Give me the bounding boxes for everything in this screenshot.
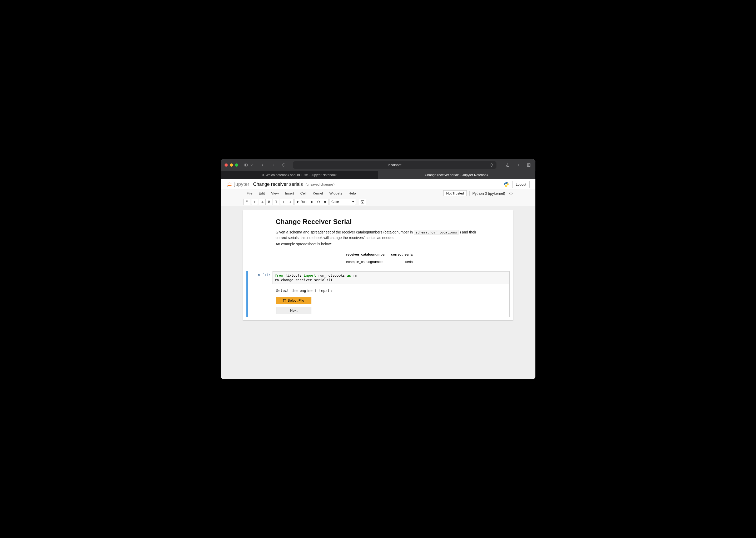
table-header: receiver_catalognumber bbox=[344, 251, 388, 258]
cell-type-select[interactable]: CodeMarkdownRaw NBConvertHeading bbox=[330, 199, 356, 205]
svg-rect-11 bbox=[246, 200, 247, 201]
menu-help[interactable]: Help bbox=[345, 190, 359, 197]
notebook-title[interactable]: Change receiver serials bbox=[253, 182, 303, 187]
cut-button[interactable] bbox=[259, 199, 266, 205]
browser-tab-label: Change receiver serials - Jupyter Notebo… bbox=[425, 173, 488, 177]
arrow-down-icon bbox=[289, 200, 292, 203]
table-cell: example_catalognumber bbox=[344, 258, 388, 265]
tab-overview-icon[interactable] bbox=[526, 162, 532, 168]
svg-rect-18 bbox=[268, 201, 270, 203]
close-window-button[interactable] bbox=[225, 163, 228, 167]
browser-tab-strip: 0. Which notebook should I use - Jupyter… bbox=[221, 171, 535, 179]
restart-run-all-button[interactable] bbox=[322, 199, 329, 205]
paste-button[interactable] bbox=[272, 199, 279, 205]
menu-widgets[interactable]: Widgets bbox=[326, 190, 345, 197]
minimize-window-button[interactable] bbox=[230, 163, 233, 167]
copy-icon bbox=[267, 200, 271, 203]
jupyter-toolbar: Run CodeMarkdownRaw NBConvertHeading bbox=[243, 198, 513, 206]
svg-rect-0 bbox=[244, 164, 247, 166]
table-header: correct_serial bbox=[389, 251, 416, 258]
svg-marker-27 bbox=[325, 201, 326, 203]
table-header-row: receiver_catalognumber correct_serial bbox=[344, 251, 416, 258]
file-icon bbox=[283, 299, 286, 302]
markdown-paragraph: An example spreadsheet is below: bbox=[276, 242, 484, 247]
cut-icon bbox=[261, 200, 264, 203]
new-tab-icon[interactable] bbox=[515, 162, 521, 168]
back-button[interactable] bbox=[260, 162, 266, 168]
menu-cell[interactable]: Cell bbox=[297, 190, 309, 197]
add-cell-button[interactable] bbox=[251, 199, 258, 205]
svg-rect-7 bbox=[527, 165, 528, 166]
browser-tab-1[interactable]: Change receiver serials - Jupyter Notebo… bbox=[378, 171, 535, 179]
svg-rect-8 bbox=[529, 165, 530, 166]
not-trusted-button[interactable]: Not Trusted bbox=[443, 190, 467, 196]
maximize-window-button[interactable] bbox=[235, 163, 238, 167]
sidebar-toggle-group bbox=[243, 162, 253, 168]
url-text: localhost bbox=[388, 163, 401, 167]
logout-button[interactable]: Logout bbox=[512, 181, 530, 188]
page-title: Change Receiver Serial bbox=[276, 218, 484, 226]
menu-view[interactable]: View bbox=[268, 190, 282, 197]
safari-window: localhost 0. Which notebook should I use… bbox=[221, 159, 535, 379]
menu-insert[interactable]: Insert bbox=[282, 190, 297, 197]
fast-forward-icon bbox=[324, 200, 327, 203]
copy-button[interactable] bbox=[266, 199, 272, 205]
jupyter-menubar: File Edit View Insert Cell Kernel Widget… bbox=[243, 189, 513, 198]
table-cell: serial bbox=[389, 258, 416, 265]
share-icon[interactable] bbox=[505, 162, 511, 168]
chevron-down-icon[interactable] bbox=[250, 162, 253, 168]
table-row: example_catalognumber serial bbox=[344, 258, 416, 265]
jupyter-logo-text: jupyter bbox=[234, 182, 249, 187]
svg-rect-28 bbox=[361, 200, 364, 203]
svg-rect-6 bbox=[529, 163, 530, 165]
forward-button[interactable] bbox=[270, 162, 276, 168]
code-input-area[interactable]: from fixtools import run_notebooks as rn… bbox=[272, 271, 509, 284]
play-icon bbox=[297, 200, 299, 203]
stop-icon bbox=[310, 200, 313, 203]
svg-rect-25 bbox=[311, 201, 312, 203]
jupyter-header: jupyter Change receiver serials (unsaved… bbox=[221, 179, 535, 189]
svg-rect-19 bbox=[268, 201, 270, 202]
svg-marker-24 bbox=[297, 201, 299, 203]
kernel-name[interactable]: Python 3 (ipykernel) bbox=[469, 191, 505, 195]
browser-tab-0[interactable]: 0. Which notebook should I use - Jupyter… bbox=[221, 171, 378, 179]
save-icon bbox=[245, 200, 248, 203]
markdown-paragraph: Given a schema and spreadsheet of the re… bbox=[276, 230, 484, 241]
jupyter-logo-icon bbox=[226, 181, 233, 188]
keyboard-icon bbox=[361, 200, 364, 203]
code-cell[interactable]: In [1]: from fixtools import run_noteboo… bbox=[246, 271, 510, 317]
save-status: (unsaved changes) bbox=[305, 183, 335, 187]
jupyter-logo[interactable]: jupyter bbox=[226, 181, 249, 188]
menu-file[interactable]: File bbox=[243, 190, 256, 197]
menu-kernel[interactable]: Kernel bbox=[309, 190, 326, 197]
run-button-label: Run bbox=[300, 200, 306, 204]
md-text: Given a schema and spreadsheet of the re… bbox=[276, 230, 414, 234]
paste-icon bbox=[274, 200, 277, 203]
move-up-button[interactable] bbox=[280, 199, 287, 205]
svg-marker-26 bbox=[324, 201, 325, 203]
example-table: receiver_catalognumber correct_serial ex… bbox=[344, 251, 416, 265]
svg-point-10 bbox=[228, 186, 228, 187]
plus-icon bbox=[253, 200, 256, 203]
notebook-container: Change Receiver Serial Given a schema an… bbox=[243, 210, 513, 320]
svg-rect-20 bbox=[275, 201, 277, 203]
run-button[interactable]: Run bbox=[295, 199, 308, 205]
python-logo-icon bbox=[503, 181, 509, 187]
menu-edit[interactable]: Edit bbox=[256, 190, 268, 197]
restart-button[interactable] bbox=[315, 199, 322, 205]
shield-icon[interactable] bbox=[281, 162, 287, 168]
select-file-label: Select File bbox=[288, 298, 304, 302]
restart-icon bbox=[317, 200, 320, 203]
sidebar-icon[interactable] bbox=[243, 162, 249, 168]
markdown-cell[interactable]: Change Receiver Serial Given a schema an… bbox=[243, 218, 513, 267]
save-button[interactable] bbox=[243, 199, 250, 205]
command-palette-button[interactable] bbox=[359, 199, 366, 205]
reload-icon[interactable] bbox=[489, 162, 494, 168]
interrupt-button[interactable] bbox=[308, 199, 315, 205]
kernel-indicator-idle-icon bbox=[509, 192, 513, 195]
next-button[interactable]: Next bbox=[276, 307, 311, 314]
svg-point-15 bbox=[262, 202, 263, 203]
select-file-button[interactable]: Select File bbox=[276, 297, 311, 304]
url-bar[interactable]: localhost bbox=[293, 161, 497, 169]
move-down-button[interactable] bbox=[287, 199, 294, 205]
